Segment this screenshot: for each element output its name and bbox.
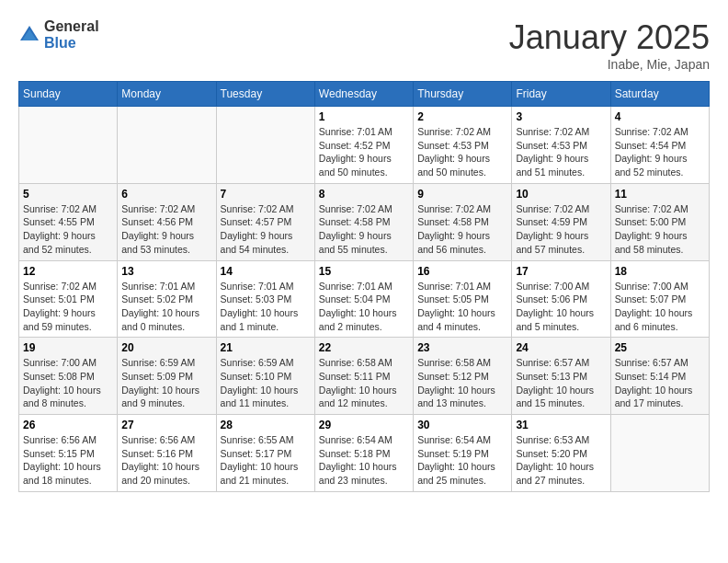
day-number: 8 [319,188,409,201]
weekday-header: Saturday [610,82,709,107]
day-info: Sunrise: 7:02 AM Sunset: 5:01 PM Dayligh… [23,280,113,334]
calendar-cell [610,415,709,492]
day-number: 16 [417,265,507,278]
calendar-week-row: 26Sunrise: 6:56 AM Sunset: 5:15 PM Dayli… [19,415,710,492]
calendar-cell: 13Sunrise: 7:01 AM Sunset: 5:02 PM Dayli… [118,260,216,338]
weekday-header: Wednesday [314,82,413,107]
weekday-header: Monday [118,82,216,107]
calendar-cell: 23Sunrise: 6:58 AM Sunset: 5:12 PM Dayli… [414,338,512,415]
calendar-cell: 17Sunrise: 7:00 AM Sunset: 5:06 PM Dayli… [512,260,610,338]
calendar-cell: 5Sunrise: 7:02 AM Sunset: 4:55 PM Daylig… [19,183,118,260]
page-header: General Blue January 2025 Inabe, Mie, Ja… [18,18,710,72]
calendar-cell: 3Sunrise: 7:02 AM Sunset: 4:53 PM Daylig… [512,107,610,184]
day-number: 7 [221,188,311,201]
day-info: Sunrise: 7:00 AM Sunset: 5:07 PM Dayligh… [615,280,705,334]
weekday-header: Tuesday [216,82,314,107]
calendar-cell: 2Sunrise: 7:02 AM Sunset: 4:53 PM Daylig… [414,107,512,184]
calendar-cell: 19Sunrise: 7:00 AM Sunset: 5:08 PM Dayli… [19,338,118,415]
calendar-cell: 10Sunrise: 7:02 AM Sunset: 4:59 PM Dayli… [512,183,610,260]
day-info: Sunrise: 7:02 AM Sunset: 4:59 PM Dayligh… [516,202,606,257]
calendar-cell: 8Sunrise: 7:02 AM Sunset: 4:58 PM Daylig… [314,183,413,260]
day-number: 15 [319,265,409,278]
calendar: SundayMondayTuesdayWednesdayThursdayFrid… [18,81,710,492]
calendar-cell [118,107,216,184]
day-info: Sunrise: 6:56 AM Sunset: 5:15 PM Dayligh… [23,433,113,488]
weekday-header: Thursday [414,82,512,107]
day-info: Sunrise: 7:00 AM Sunset: 5:06 PM Dayligh… [516,280,606,334]
day-number: 5 [23,188,113,201]
day-info: Sunrise: 6:54 AM Sunset: 5:18 PM Dayligh… [319,433,409,488]
day-number: 17 [516,265,606,278]
calendar-week-row: 5Sunrise: 7:02 AM Sunset: 4:55 PM Daylig… [19,183,710,260]
day-number: 20 [121,341,211,354]
day-info: Sunrise: 6:58 AM Sunset: 5:11 PM Dayligh… [319,356,409,410]
calendar-cell: 20Sunrise: 6:59 AM Sunset: 5:09 PM Dayli… [118,338,216,415]
title-block: January 2025 Inabe, Mie, Japan [509,18,710,72]
calendar-cell: 21Sunrise: 6:59 AM Sunset: 5:10 PM Dayli… [216,338,314,415]
day-number: 18 [615,265,705,278]
day-info: Sunrise: 6:57 AM Sunset: 5:13 PM Dayligh… [516,356,606,410]
weekday-header: Sunday [19,82,118,107]
calendar-cell: 15Sunrise: 7:01 AM Sunset: 5:04 PM Dayli… [314,260,413,338]
calendar-cell: 16Sunrise: 7:01 AM Sunset: 5:05 PM Dayli… [414,260,512,338]
day-info: Sunrise: 6:57 AM Sunset: 5:14 PM Dayligh… [615,356,705,410]
day-number: 10 [516,188,606,201]
calendar-cell: 31Sunrise: 6:53 AM Sunset: 5:20 PM Dayli… [512,415,610,492]
calendar-cell [216,107,314,184]
day-number: 31 [516,419,606,431]
day-number: 24 [516,341,606,354]
calendar-cell: 4Sunrise: 7:02 AM Sunset: 4:54 PM Daylig… [610,107,709,184]
calendar-cell [19,107,118,184]
location: Inabe, Mie, Japan [509,57,710,72]
logo: General Blue [18,18,99,52]
calendar-cell: 24Sunrise: 6:57 AM Sunset: 5:13 PM Dayli… [512,338,610,415]
calendar-cell: 30Sunrise: 6:54 AM Sunset: 5:19 PM Dayli… [414,415,512,492]
calendar-cell: 29Sunrise: 6:54 AM Sunset: 5:18 PM Dayli… [314,415,413,492]
day-number: 9 [417,188,507,201]
calendar-cell: 22Sunrise: 6:58 AM Sunset: 5:11 PM Dayli… [314,338,413,415]
day-info: Sunrise: 7:01 AM Sunset: 4:52 PM Dayligh… [319,125,409,179]
day-number: 1 [319,110,409,123]
day-number: 28 [221,419,311,431]
calendar-cell: 25Sunrise: 6:57 AM Sunset: 5:14 PM Dayli… [610,338,709,415]
day-info: Sunrise: 7:02 AM Sunset: 4:57 PM Dayligh… [221,202,311,257]
day-info: Sunrise: 6:55 AM Sunset: 5:17 PM Dayligh… [221,433,311,488]
day-number: 29 [319,419,409,431]
month-title: January 2025 [509,18,710,57]
day-info: Sunrise: 7:00 AM Sunset: 5:08 PM Dayligh… [23,356,113,410]
logo-text: General Blue [44,18,99,52]
calendar-cell: 11Sunrise: 7:02 AM Sunset: 5:00 PM Dayli… [610,183,709,260]
logo-icon [18,24,40,46]
day-info: Sunrise: 7:01 AM Sunset: 5:03 PM Dayligh… [221,280,311,334]
calendar-cell: 26Sunrise: 6:56 AM Sunset: 5:15 PM Dayli… [19,415,118,492]
logo-general: General [44,18,99,35]
day-number: 25 [615,341,705,354]
day-number: 6 [121,188,211,201]
day-number: 21 [221,341,311,354]
day-number: 26 [23,419,113,431]
day-info: Sunrise: 6:59 AM Sunset: 5:10 PM Dayligh… [221,356,311,410]
day-info: Sunrise: 7:02 AM Sunset: 4:58 PM Dayligh… [319,202,409,257]
day-info: Sunrise: 6:58 AM Sunset: 5:12 PM Dayligh… [417,356,507,410]
calendar-cell: 9Sunrise: 7:02 AM Sunset: 4:58 PM Daylig… [414,183,512,260]
calendar-cell: 27Sunrise: 6:56 AM Sunset: 5:16 PM Dayli… [118,415,216,492]
weekday-header: Friday [512,82,610,107]
day-info: Sunrise: 7:01 AM Sunset: 5:05 PM Dayligh… [417,280,507,334]
day-info: Sunrise: 7:01 AM Sunset: 5:04 PM Dayligh… [319,280,409,334]
day-info: Sunrise: 7:02 AM Sunset: 4:53 PM Dayligh… [516,125,606,179]
day-number: 2 [417,110,507,123]
calendar-cell: 28Sunrise: 6:55 AM Sunset: 5:17 PM Dayli… [216,415,314,492]
calendar-cell: 6Sunrise: 7:02 AM Sunset: 4:56 PM Daylig… [118,183,216,260]
day-info: Sunrise: 7:02 AM Sunset: 4:55 PM Dayligh… [23,202,113,257]
day-info: Sunrise: 6:59 AM Sunset: 5:09 PM Dayligh… [121,356,211,410]
calendar-cell: 18Sunrise: 7:00 AM Sunset: 5:07 PM Dayli… [610,260,709,338]
day-info: Sunrise: 7:02 AM Sunset: 5:00 PM Dayligh… [615,202,705,257]
day-number: 4 [615,110,705,123]
calendar-cell: 14Sunrise: 7:01 AM Sunset: 5:03 PM Dayli… [216,260,314,338]
day-number: 14 [221,265,311,278]
calendar-week-row: 19Sunrise: 7:00 AM Sunset: 5:08 PM Dayli… [19,338,710,415]
calendar-week-row: 12Sunrise: 7:02 AM Sunset: 5:01 PM Dayli… [19,260,710,338]
calendar-cell: 12Sunrise: 7:02 AM Sunset: 5:01 PM Dayli… [19,260,118,338]
day-number: 30 [417,419,507,431]
day-number: 11 [615,188,705,201]
